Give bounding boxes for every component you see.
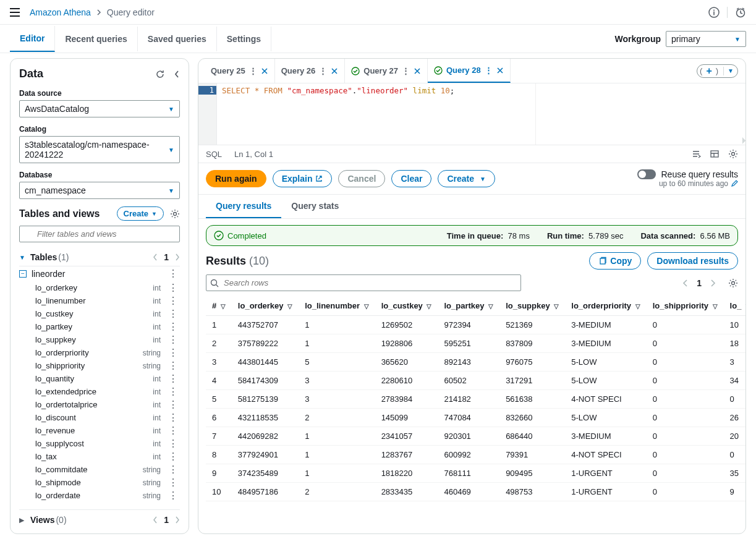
format-icon[interactable] xyxy=(691,149,701,159)
tab-query-results[interactable]: Query results xyxy=(206,195,281,218)
add-query-tab[interactable]: ( + ) ▼ xyxy=(697,64,738,78)
run-button[interactable]: Run again xyxy=(206,170,266,187)
tab-menu-icon[interactable]: ⋮ xyxy=(402,66,410,75)
close-icon[interactable] xyxy=(496,67,504,74)
gear-icon[interactable] xyxy=(728,149,738,159)
catalog-select[interactable]: s3tablescatalog/cm-namespace-20241222 xyxy=(19,136,180,163)
column-header[interactable]: lo_shippriority ▽ xyxy=(647,296,724,316)
reuse-toggle[interactable] xyxy=(637,169,656,179)
caret-down-icon[interactable]: ▼ xyxy=(19,254,25,261)
column-menu-icon[interactable]: ⋮ xyxy=(166,387,180,397)
filter-tables-input[interactable] xyxy=(19,226,180,242)
close-icon[interactable] xyxy=(331,67,338,75)
column-header[interactable]: lo_orderpriority ▽ xyxy=(565,296,646,316)
tab-settings[interactable]: Settings xyxy=(217,27,271,51)
table-name[interactable]: lineorder xyxy=(32,269,166,279)
prev-page-icon[interactable] xyxy=(153,516,158,524)
query-tab[interactable]: Query 28⋮ xyxy=(428,59,511,83)
column-menu-icon[interactable]: ⋮ xyxy=(166,322,180,332)
clear-button[interactable]: Clear xyxy=(391,170,431,187)
column-menu-icon[interactable]: ⋮ xyxy=(166,309,180,319)
column-menu-icon[interactable]: ⋮ xyxy=(166,491,180,501)
sort-icon[interactable]: ▽ xyxy=(287,303,292,310)
next-page-icon[interactable] xyxy=(710,279,716,287)
sort-icon[interactable]: ▽ xyxy=(427,303,431,310)
caret-down-icon[interactable]: ▼ xyxy=(726,67,737,74)
create-button[interactable]: Create xyxy=(117,206,164,221)
collapse-table-icon[interactable]: − xyxy=(19,270,27,278)
column-header[interactable]: lo_linenumber ▽ xyxy=(299,296,375,316)
close-icon[interactable] xyxy=(261,67,268,75)
column-menu-icon[interactable]: ⋮ xyxy=(166,335,180,345)
copy-button[interactable]: Copy xyxy=(589,252,641,270)
cancel-button[interactable]: Cancel xyxy=(338,170,385,187)
collapse-icon[interactable] xyxy=(174,70,180,79)
check-icon xyxy=(434,66,443,75)
cell: 2 xyxy=(299,409,375,427)
column-menu-icon[interactable]: ⋮ xyxy=(166,478,180,488)
column-header[interactable]: lo_custkey ▽ xyxy=(375,296,438,316)
gear-icon[interactable] xyxy=(170,209,180,219)
column-menu-icon[interactable]: ⋮ xyxy=(166,465,180,475)
sort-icon[interactable]: ▽ xyxy=(364,303,369,310)
query-tab[interactable]: Query 27⋮ xyxy=(345,59,428,83)
sql-editor[interactable]: SELECT * FROM "cm_namespace"."lineorder"… xyxy=(217,83,745,145)
column-name: lo_tax xyxy=(35,452,153,461)
column-header[interactable]: lo_suppkey ▽ xyxy=(499,296,565,316)
table-menu-icon[interactable]: ⋮ xyxy=(166,269,180,279)
data-source-select[interactable]: AwsDataCatalog xyxy=(19,100,180,117)
tab-recent-queries[interactable]: Recent queries xyxy=(55,27,137,51)
menu-icon[interactable] xyxy=(10,8,20,17)
sort-icon[interactable]: ▽ xyxy=(713,303,718,310)
breadcrumb-service[interactable]: Amazon Athena xyxy=(30,7,91,17)
gear-icon[interactable] xyxy=(728,278,738,288)
sort-icon[interactable]: ▽ xyxy=(488,303,493,310)
tab-query-stats[interactable]: Query stats xyxy=(281,195,349,218)
workgroup-select[interactable]: primary xyxy=(666,31,746,47)
column-menu-icon[interactable]: ⋮ xyxy=(166,283,180,293)
column-menu-icon[interactable]: ⋮ xyxy=(166,296,180,306)
column-menu-icon[interactable]: ⋮ xyxy=(166,413,180,423)
column-menu-icon[interactable]: ⋮ xyxy=(166,348,180,358)
sort-icon[interactable]: ▽ xyxy=(221,303,226,310)
next-page-icon[interactable] xyxy=(175,516,180,524)
sort-icon[interactable]: ▽ xyxy=(635,303,640,310)
column-menu-icon[interactable]: ⋮ xyxy=(166,439,180,449)
column-header[interactable]: # ▽ xyxy=(206,296,232,316)
column-menu-icon[interactable]: ⋮ xyxy=(166,426,180,436)
explain-button[interactable]: Explain xyxy=(273,170,333,187)
tab-menu-icon[interactable]: ⋮ xyxy=(249,66,257,75)
layout-icon[interactable] xyxy=(710,149,720,159)
download-button[interactable]: Download results xyxy=(647,252,738,270)
tab-menu-icon[interactable]: ⋮ xyxy=(319,66,327,75)
refresh-icon[interactable] xyxy=(155,69,165,79)
cell: 1818220 xyxy=(375,464,438,483)
info-icon[interactable] xyxy=(708,7,720,18)
column-menu-icon[interactable]: ⋮ xyxy=(166,400,180,410)
query-tab[interactable]: Query 25⋮ xyxy=(205,59,275,83)
column-type: string xyxy=(143,491,161,500)
column-menu-icon[interactable]: ⋮ xyxy=(166,452,180,462)
clock-icon[interactable] xyxy=(735,7,746,18)
column-header[interactable]: lo_ ▽ xyxy=(724,296,745,316)
search-rows-input[interactable] xyxy=(206,274,521,291)
line-gutter: 1 xyxy=(198,83,217,145)
prev-page-icon[interactable] xyxy=(153,253,158,261)
create-dropdown-button[interactable]: Create xyxy=(438,170,495,187)
tab-saved-queries[interactable]: Saved queries xyxy=(138,27,217,51)
column-menu-icon[interactable]: ⋮ xyxy=(166,361,180,371)
query-tab[interactable]: Query 26⋮ xyxy=(275,59,346,83)
tab-editor[interactable]: Editor xyxy=(10,26,55,52)
tab-menu-icon[interactable]: ⋮ xyxy=(485,66,493,75)
column-menu-icon[interactable]: ⋮ xyxy=(166,374,180,384)
caret-right-icon[interactable]: ▶ xyxy=(19,516,24,524)
edit-icon[interactable] xyxy=(731,180,738,187)
prev-page-icon[interactable] xyxy=(682,279,688,287)
next-page-icon[interactable] xyxy=(175,253,180,261)
plus-icon[interactable]: + xyxy=(705,66,713,77)
column-header[interactable]: lo_partkey ▽ xyxy=(438,296,499,316)
column-header[interactable]: lo_orderkey ▽ xyxy=(232,296,299,316)
database-select[interactable]: cm_namespace xyxy=(19,182,180,199)
close-icon[interactable] xyxy=(414,67,421,75)
sort-icon[interactable]: ▽ xyxy=(554,303,559,310)
